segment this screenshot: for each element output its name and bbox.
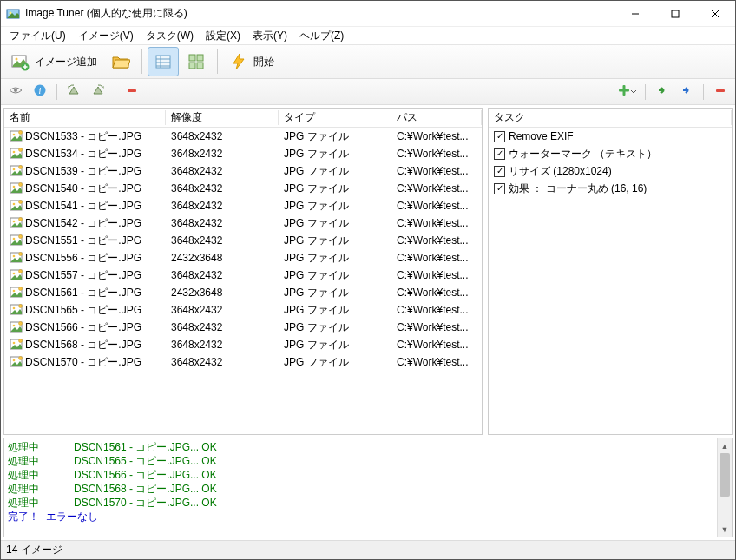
svg-point-51 bbox=[19, 270, 23, 273]
window-title: Image Tuner (個人的な使用に限る) bbox=[25, 6, 615, 21]
view-thumbs-button[interactable] bbox=[181, 47, 212, 76]
add-folder-button[interactable] bbox=[105, 47, 136, 76]
task-checkbox[interactable]: ✓ bbox=[494, 183, 505, 194]
svg-point-63 bbox=[19, 339, 23, 343]
menu-view[interactable]: 表示(Y) bbox=[247, 28, 292, 44]
file-row[interactable]: DSCN1565 - コピー.JPG3648x2432JPG ファイルC:¥Wo… bbox=[4, 301, 482, 319]
file-path: C:¥Work¥test... bbox=[391, 148, 482, 160]
scroll-down-icon[interactable]: ▼ bbox=[718, 522, 732, 537]
menu-help[interactable]: ヘルプ(Z) bbox=[294, 28, 349, 44]
task-row[interactable]: ✓効果 ： コーナー丸め (16, 16) bbox=[489, 180, 732, 197]
task-checkbox[interactable]: ✓ bbox=[494, 148, 505, 160]
file-row[interactable]: DSCN1557 - コピー.JPG3648x2432JPG ファイルC:¥Wo… bbox=[4, 267, 482, 284]
plus-icon bbox=[618, 84, 630, 99]
col-path[interactable]: パス bbox=[391, 110, 482, 125]
file-name: DSCN1570 - コピー.JPG bbox=[25, 355, 141, 370]
scroll-track[interactable] bbox=[718, 453, 732, 522]
log-text[interactable]: 処理中DSCN1561 - コピー.JPG... OK処理中DSCN1565 -… bbox=[4, 438, 717, 537]
file-resolution: 2432x3648 bbox=[166, 287, 279, 299]
svg-point-53 bbox=[13, 290, 16, 293]
file-name: DSCN1566 - コピー.JPG bbox=[25, 320, 141, 335]
thumbnail-view-icon bbox=[187, 52, 206, 71]
col-type[interactable]: タイプ bbox=[279, 110, 391, 125]
file-resolution: 3648x2432 bbox=[166, 339, 279, 351]
file-row[interactable]: DSCN1542 - コピー.JPG3648x2432JPG ファイルC:¥Wo… bbox=[4, 214, 482, 232]
file-type: JPG ファイル bbox=[279, 355, 391, 370]
image-file-icon bbox=[10, 286, 23, 300]
close-button[interactable] bbox=[695, 1, 735, 27]
log-message: DSCN1566 - コピー.JPG... OK bbox=[74, 469, 217, 481]
file-row[interactable]: DSCN1566 - コピー.JPG3648x2432JPG ファイルC:¥Wo… bbox=[4, 319, 482, 336]
file-path: C:¥Work¥test... bbox=[391, 339, 482, 351]
log-scrollbar[interactable]: ▲ ▼ bbox=[717, 438, 732, 537]
scroll-thumb[interactable] bbox=[720, 453, 730, 497]
col-name[interactable]: 名前 bbox=[4, 110, 166, 125]
remove-task-button[interactable] bbox=[709, 82, 732, 102]
menu-image[interactable]: イメージ(V) bbox=[73, 28, 139, 44]
minus-icon bbox=[126, 84, 138, 99]
file-type: JPG ファイル bbox=[279, 234, 391, 248]
file-path: C:¥Work¥test... bbox=[391, 287, 482, 299]
svg-point-32 bbox=[13, 168, 16, 171]
log-message: DSCN1570 - コピー.JPG... OK bbox=[74, 497, 217, 509]
file-row[interactable]: DSCN1534 - コピー.JPG3648x2432JPG ファイルC:¥Wo… bbox=[4, 145, 482, 162]
task-row[interactable]: ✓リサイズ (1280x1024) bbox=[489, 162, 732, 180]
task-label: Remove EXIF bbox=[509, 130, 574, 142]
menu-task[interactable]: タスク(W) bbox=[141, 28, 199, 44]
preview-button[interactable] bbox=[4, 82, 27, 102]
log-message: DSCN1561 - コピー.JPG... OK bbox=[74, 441, 217, 453]
col-resolution[interactable]: 解像度 bbox=[166, 110, 279, 125]
svg-point-59 bbox=[13, 325, 16, 327]
app-window: Image Tuner (個人的な使用に限る) ファイル(U) イメージ(V) … bbox=[0, 0, 736, 560]
file-row[interactable]: DSCN1539 - コピー.JPG3648x2432JPG ファイルC:¥Wo… bbox=[4, 162, 482, 180]
rotate-left-button[interactable] bbox=[62, 82, 85, 102]
task-row[interactable]: ✓ウォーターマーク （テキスト） bbox=[489, 145, 732, 162]
file-name: DSCN1556 - コピー.JPG bbox=[25, 251, 141, 266]
image-file-icon bbox=[10, 216, 23, 230]
add-image-button[interactable]: イメージ追加 bbox=[4, 47, 103, 76]
lightning-icon bbox=[229, 52, 248, 71]
file-row[interactable]: DSCN1551 - コピー.JPG3648x2432JPG ファイルC:¥Wo… bbox=[4, 232, 482, 249]
file-row[interactable]: DSCN1533 - コピー.JPG3648x2432JPG ファイルC:¥Wo… bbox=[4, 128, 482, 145]
svg-rect-14 bbox=[189, 55, 195, 61]
task-label: リサイズ (1280x1024) bbox=[509, 164, 612, 179]
file-columns-header: 名前 解像度 タイプ パス bbox=[4, 109, 482, 128]
rotate-right-button[interactable] bbox=[87, 82, 109, 102]
image-file-icon bbox=[10, 338, 23, 352]
file-row[interactable]: DSCN1540 - コピー.JPG3648x2432JPG ファイルC:¥Wo… bbox=[4, 180, 482, 197]
maximize-button[interactable] bbox=[655, 1, 695, 27]
task-rows[interactable]: ✓Remove EXIF✓ウォーターマーク （テキスト）✓リサイズ (1280x… bbox=[489, 128, 732, 434]
file-path: C:¥Work¥test... bbox=[391, 356, 482, 368]
task-checkbox[interactable]: ✓ bbox=[494, 166, 505, 177]
view-list-button[interactable] bbox=[148, 47, 179, 76]
task-up-button[interactable] bbox=[651, 82, 674, 102]
minimize-button[interactable] bbox=[615, 1, 655, 27]
start-button[interactable]: 開始 bbox=[223, 47, 280, 76]
info-button[interactable]: i bbox=[29, 82, 51, 102]
task-checkbox[interactable]: ✓ bbox=[494, 131, 505, 142]
file-type: JPG ファイル bbox=[279, 147, 391, 161]
file-rows[interactable]: DSCN1533 - コピー.JPG3648x2432JPG ファイルC:¥Wo… bbox=[4, 128, 482, 434]
file-row[interactable]: DSCN1556 - コピー.JPG2432x3648JPG ファイルC:¥Wo… bbox=[4, 249, 482, 267]
file-row[interactable]: DSCN1570 - コピー.JPG3648x2432JPG ファイルC:¥Wo… bbox=[4, 353, 482, 371]
add-task-button[interactable] bbox=[617, 82, 640, 102]
file-name: DSCN1533 - コピー.JPG bbox=[25, 129, 141, 144]
file-row[interactable]: DSCN1561 - コピー.JPG2432x3648JPG ファイルC:¥Wo… bbox=[4, 284, 482, 301]
file-row[interactable]: DSCN1568 - コピー.JPG3648x2432JPG ファイルC:¥Wo… bbox=[4, 336, 482, 353]
task-row[interactable]: ✓Remove EXIF bbox=[489, 128, 732, 145]
svg-rect-17 bbox=[197, 63, 203, 69]
list-view-icon bbox=[154, 52, 173, 71]
file-name: DSCN1557 - コピー.JPG bbox=[25, 268, 141, 283]
log-processing: 処理中 bbox=[8, 496, 74, 510]
file-resolution: 3648x2432 bbox=[166, 182, 279, 194]
scroll-up-icon[interactable]: ▲ bbox=[718, 438, 732, 453]
file-name: DSCN1551 - コピー.JPG bbox=[25, 234, 141, 248]
task-down-button[interactable] bbox=[675, 82, 698, 102]
file-resolution: 3648x2432 bbox=[166, 304, 279, 316]
file-row[interactable]: DSCN1541 - コピー.JPG3648x2432JPG ファイルC:¥Wo… bbox=[4, 197, 482, 214]
file-type: JPG ファイル bbox=[279, 338, 391, 352]
menu-file[interactable]: ファイル(U) bbox=[4, 28, 71, 44]
col-task[interactable]: タスク bbox=[489, 110, 732, 125]
remove-file-button[interactable] bbox=[121, 82, 143, 102]
menu-settings[interactable]: 設定(X) bbox=[200, 28, 246, 44]
